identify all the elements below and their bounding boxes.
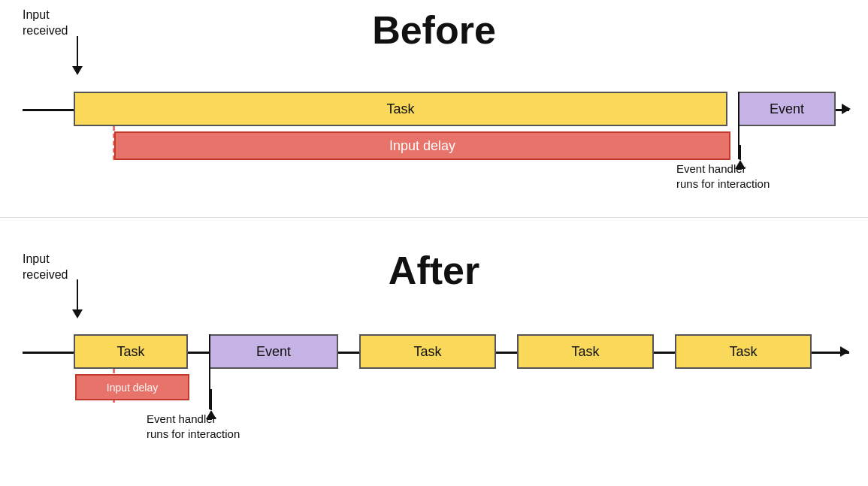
- before-title: Before: [372, 8, 496, 53]
- before-task-label: Task: [386, 101, 414, 117]
- before-input-received-label: Input received: [23, 8, 68, 39]
- after-arrow-right: [840, 346, 849, 357]
- after-task-label-1: Task: [116, 344, 144, 360]
- after-title: After: [389, 248, 479, 293]
- after-event-label: Event: [256, 344, 291, 360]
- before-event-label: Event: [770, 101, 804, 117]
- before-input-delay-label: Input delay: [389, 138, 455, 154]
- after-timeline-mid2: [338, 352, 359, 354]
- after-task-block-4: Task: [675, 334, 812, 369]
- after-input-arrow: [72, 279, 83, 318]
- before-input-delay-block: Input delay: [114, 131, 730, 160]
- before-input-arrow: [72, 36, 83, 75]
- before-section: Before Input received Task Event Input d…: [0, 0, 868, 218]
- after-task-block-3: Task: [517, 334, 654, 369]
- after-timeline-mid3: [496, 352, 517, 354]
- after-timeline-left: [23, 352, 74, 354]
- after-input-delay-block: Input delay: [75, 374, 189, 400]
- after-event-block: Event: [209, 334, 338, 369]
- after-input-delay-label: Input delay: [107, 382, 159, 394]
- before-timeline-left: [23, 109, 74, 111]
- after-timeline-mid4: [654, 352, 675, 354]
- before-event-handler-label: Event handler runs for interaction: [676, 161, 770, 191]
- before-event-block: Event: [738, 92, 836, 126]
- after-task-block-1: Task: [74, 334, 188, 369]
- after-task-label-4: Task: [729, 344, 757, 360]
- after-section: After Input received Task Event Task Tas…: [0, 240, 868, 486]
- after-task-block-2: Task: [359, 334, 496, 369]
- before-arrow-right: [842, 104, 851, 114]
- after-task-label-2: Task: [413, 344, 441, 360]
- after-timeline-mid1: [188, 352, 209, 354]
- after-task-label-3: Task: [571, 344, 599, 360]
- before-task-block: Task: [74, 92, 727, 126]
- section-divider: [0, 217, 868, 218]
- after-event-handler-label: Event handler runs for interaction: [147, 412, 240, 441]
- after-input-received-label: Input received: [23, 252, 68, 283]
